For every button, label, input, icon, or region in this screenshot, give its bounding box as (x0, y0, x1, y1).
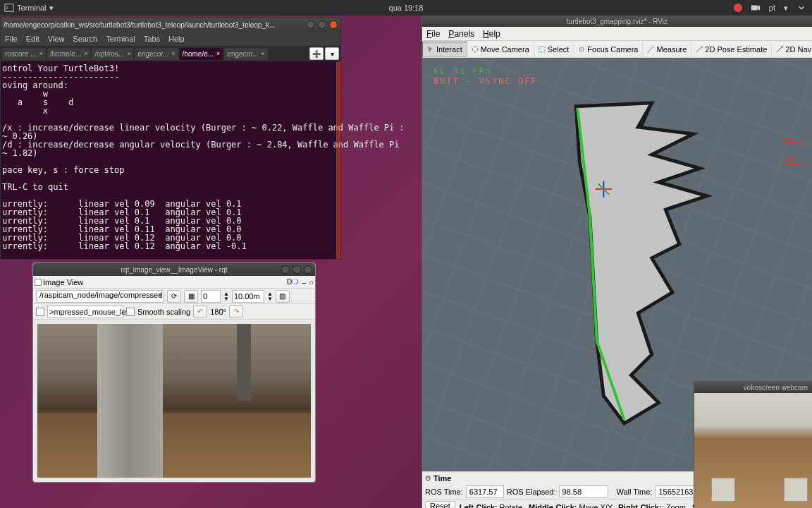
clock[interactable]: qua 19:18 (389, 4, 424, 12)
system-menu-icon[interactable] (796, 3, 806, 13)
fps-overlay: 6L 31 FPS (433, 66, 538, 76)
terminal-tab[interactable]: /home/e...× (47, 48, 91, 60)
rviz-titlebar[interactable]: turtlebot3_gmapping.rviz* - RViz (422, 16, 812, 27)
rotate-left-button[interactable]: ↶ (193, 306, 207, 318)
tool-focus-camera[interactable]: Focus Camera (574, 42, 643, 57)
help-icon[interactable]: ❍ (292, 277, 299, 286)
menu-edit[interactable]: Edit (26, 35, 39, 43)
terminal-tabs: roscore ...× /home/e...× /opt/ros...× en… (1, 46, 340, 61)
dock-checkbox[interactable] (35, 279, 42, 286)
mouse-pub-checkbox[interactable] (36, 308, 44, 316)
record-indicator-icon[interactable] (734, 4, 742, 12)
app-menu-label[interactable]: Terminal (17, 4, 47, 12)
app-menu-arrow[interactable]: ▾ (49, 4, 54, 13)
rqt-title: rqt_image_view__ImageView - rqt (121, 266, 227, 274)
terminal-tab[interactable]: /opt/ros...× (92, 48, 133, 60)
minimize-button[interactable] (281, 265, 290, 274)
tab-close-icon[interactable]: × (127, 50, 130, 57)
terminal-tab[interactable]: /home/e...× (180, 48, 223, 60)
menu-panels[interactable]: Panels (448, 29, 474, 39)
tab-close-icon[interactable]: × (84, 50, 87, 57)
tool-move-camera[interactable]: Move Camera (467, 42, 534, 57)
menu-tabs[interactable]: Tabs (144, 35, 160, 43)
spin-arrows-icon[interactable]: ▲▼ (223, 291, 229, 301)
tab-menu-button[interactable]: ▾ (325, 47, 339, 60)
topic-selector[interactable]: /raspicam_node/image/compressed (36, 290, 164, 303)
rqt-header-label: Image View (43, 278, 83, 286)
reset-button[interactable]: Reset (425, 501, 455, 509)
tool-2d-nav[interactable]: 2D Nav Goal (772, 42, 812, 57)
close-button[interactable] (329, 20, 338, 29)
spin-arrows-icon[interactable]: ▲▼ (267, 291, 273, 301)
options-row: >mpressed_mouse_left Smooth scaling ↶ 18… (33, 304, 315, 320)
vsync-overlay: BUTT - VSYNC OFF (433, 76, 538, 86)
rqt-window: rqt_image_view__ImageView - rqt Image Vi… (32, 262, 316, 483)
svg-rect-1 (751, 6, 758, 11)
terminal-output[interactable]: ontrol Your TurtleBot3! ----------------… (1, 61, 340, 259)
terminal-tab[interactable]: engecor...× (135, 48, 178, 60)
svg-marker-5 (576, 102, 707, 423)
new-tab-button[interactable]: ➕ (309, 47, 324, 60)
camera-icon[interactable] (751, 3, 761, 13)
terminal-menubar: File Edit View Search Terminal Tabs Help (1, 32, 340, 46)
color-button[interactable]: ▨ (276, 290, 290, 303)
smooth-scaling-label: Smooth scaling (137, 308, 190, 316)
maximize-button[interactable] (318, 20, 326, 29)
top-panel: Terminal ▾ qua 19:18 pt▾ (0, 0, 812, 16)
scene-box (784, 478, 808, 502)
settings-icon[interactable]: D (287, 278, 292, 286)
menu-help[interactable]: Help (483, 29, 500, 39)
smooth-scaling-checkbox[interactable] (126, 308, 135, 316)
maximize-button[interactable] (293, 265, 301, 274)
tab-close-icon[interactable]: × (216, 50, 220, 57)
svg-text:odm: odm (782, 137, 792, 142)
svg-rect-0 (5, 4, 13, 12)
save-image-button[interactable]: ▦ (184, 290, 198, 303)
axes-gizmo-icon: odm map (781, 135, 806, 171)
menu-file[interactable]: File (5, 35, 18, 43)
svg-rect-2 (539, 47, 545, 52)
close-button[interactable] (304, 265, 312, 274)
menu-help[interactable]: Help (168, 35, 185, 43)
minimize-pane-icon[interactable]: – (302, 278, 306, 286)
menu-file[interactable]: File (426, 29, 440, 39)
webcam-window[interactable]: vokoscreen webcam (694, 381, 812, 508)
tab-close-icon[interactable]: × (39, 50, 42, 57)
minimize-button[interactable] (307, 20, 315, 29)
ros-elapsed-label: ROS Elapsed: (507, 488, 556, 496)
terminal-tab[interactable]: engecor...× (224, 48, 267, 60)
rqt-titlebar[interactable]: rqt_image_view__ImageView - rqt (33, 263, 315, 276)
tab-close-icon[interactable]: × (261, 50, 264, 57)
expand-icon[interactable]: ⊙ (425, 474, 431, 482)
terminal-titlebar[interactable]: /home/engecorp/catkin_ws/src/turtlebot3/… (1, 18, 340, 32)
camera-image (37, 324, 311, 478)
terminal-tab[interactable]: roscore ...× (2, 48, 46, 60)
webcam-title: vokoscreen webcam (694, 382, 812, 393)
ros-time-value[interactable]: 6317.57 (466, 485, 504, 498)
webcam-feed (694, 393, 812, 508)
rviz-toolbar: Interact Move Camera Select Focus Camera… (422, 41, 812, 58)
refresh-button[interactable]: ⟳ (167, 290, 181, 303)
menu-view[interactable]: View (48, 35, 65, 43)
time-label: Time (433, 474, 451, 483)
mouse-topic-input[interactable]: >mpressed_mouse_left (47, 306, 123, 318)
terminal-icon (4, 3, 14, 13)
ros-time-label: ROS Time: (425, 488, 463, 496)
scrollbar[interactable] (336, 61, 340, 259)
tool-select[interactable]: Select (534, 42, 574, 57)
wall-time-label: Wall Time: (617, 488, 653, 496)
max-range-input[interactable]: 10.00m (232, 290, 264, 303)
rotate-right-button[interactable]: ↷ (229, 306, 243, 318)
close-pane-icon[interactable]: ○ (309, 278, 314, 286)
ros-elapsed-value[interactable]: 98.58 (559, 485, 608, 498)
tool-measure[interactable]: Measure (643, 42, 691, 57)
tab-close-icon[interactable]: × (171, 50, 175, 57)
rviz-menubar: File Panels Help (422, 27, 812, 41)
menu-search[interactable]: Search (73, 35, 97, 43)
tool-interact[interactable]: Interact (422, 42, 467, 57)
gridlines-input[interactable]: 0 (201, 290, 221, 303)
tool-2d-pose[interactable]: 2D Pose Estimate (691, 42, 772, 57)
terminal-title: /home/engecorp/catkin_ws/src/turtlebot3/… (4, 21, 307, 29)
menu-terminal[interactable]: Terminal (106, 35, 135, 43)
keyboard-layout[interactable]: pt (769, 4, 775, 12)
